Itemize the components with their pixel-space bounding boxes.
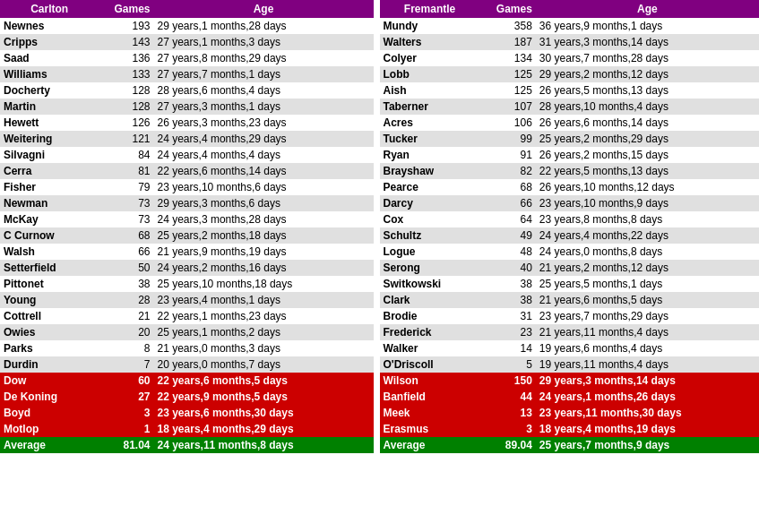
player-games: 40	[480, 260, 536, 276]
player-age: 18 years,4 months,19 days	[536, 421, 759, 437]
player-name: Pittonet	[0, 276, 99, 292]
table-row: Switkowski3825 years,5 months,1 days	[380, 276, 760, 292]
table-row: McKay7324 years,3 months,28 days	[0, 211, 374, 227]
player-name: Serong	[380, 260, 480, 276]
player-age: 30 years,7 months,28 days	[536, 50, 759, 66]
player-age: 23 years,11 months,30 days	[536, 405, 759, 421]
player-name: Parks	[0, 340, 99, 356]
player-games: 133	[99, 66, 153, 82]
carlton-avg-age: 24 years,11 months,8 days	[154, 437, 374, 453]
player-age: 29 years,1 months,28 days	[154, 18, 374, 34]
table-row: C Curnow6825 years,2 months,18 days	[0, 227, 374, 244]
player-name: Walker	[380, 340, 480, 356]
player-age: 25 years,2 months,18 days	[154, 227, 374, 244]
table-row: Silvagni8424 years,4 months,4 days	[0, 147, 374, 163]
player-games: 143	[99, 34, 153, 50]
player-name: Cox	[380, 211, 480, 227]
fremantle-table: Fremantle Games Age Mundy35836 years,9 m…	[380, 0, 760, 453]
player-name: Saad	[0, 50, 99, 66]
player-name: Owies	[0, 324, 99, 340]
player-age: 25 years,1 months,2 days	[154, 324, 374, 340]
table-row: Owies2025 years,1 months,2 days	[0, 324, 374, 340]
table-row: Tucker9925 years,2 months,29 days	[380, 131, 760, 147]
player-age: 36 years,9 months,1 days	[536, 18, 759, 34]
player-games: 20	[99, 324, 153, 340]
player-age: 27 years,7 months,1 days	[154, 66, 374, 82]
table-row: Erasmus318 years,4 months,19 days	[380, 421, 760, 437]
player-name: Mundy	[380, 18, 480, 34]
player-games: 21	[99, 308, 153, 324]
player-games: 1	[99, 421, 153, 437]
player-age: 24 years,0 months,8 days	[536, 244, 759, 260]
player-games: 79	[99, 179, 153, 195]
player-name: Boyd	[0, 405, 99, 421]
player-age: 24 years,4 months,4 days	[154, 147, 374, 163]
player-age: 26 years,5 months,13 days	[536, 82, 759, 99]
player-games: 126	[99, 115, 153, 131]
table-row: Newnes19329 years,1 months,28 days	[0, 18, 374, 34]
table-row: Meek1323 years,11 months,30 days	[380, 405, 760, 421]
player-name: Cripps	[0, 34, 99, 50]
player-age: 19 years,11 months,4 days	[536, 356, 759, 373]
player-name: Taberner	[380, 99, 480, 115]
player-name: Cottrell	[0, 308, 99, 324]
player-age: 21 years,2 months,12 days	[536, 260, 759, 276]
table-row: Newman7329 years,3 months,6 days	[0, 195, 374, 211]
table-row: Parks821 years,0 months,3 days	[0, 340, 374, 356]
table-row: Banfield4424 years,1 months,26 days	[380, 389, 760, 405]
player-name: Weitering	[0, 131, 99, 147]
player-games: 5	[480, 356, 536, 373]
player-age: 29 years,3 months,14 days	[536, 373, 759, 389]
carlton-avg-label: Average	[0, 437, 99, 453]
player-age: 19 years,6 months,4 days	[536, 340, 759, 356]
player-name: Aish	[380, 82, 480, 99]
table-row: Fisher7923 years,10 months,6 days	[0, 179, 374, 195]
player-name: Darcy	[380, 195, 480, 211]
player-games: 73	[99, 211, 153, 227]
player-name: Motlop	[0, 421, 99, 437]
player-age: 25 years,5 months,1 days	[536, 276, 759, 292]
player-age: 24 years,2 months,16 days	[154, 260, 374, 276]
player-name: De Koning	[0, 389, 99, 405]
player-games: 38	[480, 292, 536, 308]
carlton-avg-row: Average 81.04 24 years,11 months,8 days	[0, 437, 374, 453]
fremantle-age-header: Age	[536, 0, 759, 18]
player-name: Meek	[380, 405, 480, 421]
player-age: 29 years,2 months,12 days	[536, 66, 759, 82]
carlton-team-header: Carlton	[0, 0, 99, 18]
player-games: 50	[99, 260, 153, 276]
table-row: Setterfield5024 years,2 months,16 days	[0, 260, 374, 276]
fremantle-header-row: Fremantle Games Age	[380, 0, 760, 18]
player-age: 23 years,10 months,9 days	[536, 195, 759, 211]
player-name: Lobb	[380, 66, 480, 82]
player-games: 125	[480, 66, 536, 82]
player-age: 26 years,2 months,15 days	[536, 147, 759, 163]
player-games: 128	[99, 99, 153, 115]
table-row: Walters18731 years,3 months,14 days	[380, 34, 760, 50]
table-row: O'Driscoll519 years,11 months,4 days	[380, 356, 760, 373]
player-name: Williams	[0, 66, 99, 82]
fremantle-avg-label: Average	[380, 437, 480, 453]
table-row: Weitering12124 years,4 months,29 days	[0, 131, 374, 147]
table-row: Ryan9126 years,2 months,15 days	[380, 147, 760, 163]
player-age: 24 years,1 months,26 days	[536, 389, 759, 405]
player-name: Erasmus	[380, 421, 480, 437]
carlton-table: Carlton Games Age Newnes19329 years,1 mo…	[0, 0, 374, 453]
player-name: Frederick	[380, 324, 480, 340]
table-row: Pearce6826 years,10 months,12 days	[380, 179, 760, 195]
player-name: Brodie	[380, 308, 480, 324]
table-row: Frederick2321 years,11 months,4 days	[380, 324, 760, 340]
player-name: Switkowski	[380, 276, 480, 292]
player-games: 38	[480, 276, 536, 292]
table-row: Saad13627 years,8 months,29 days	[0, 50, 374, 66]
player-age: 26 years,6 months,14 days	[536, 115, 759, 131]
player-games: 7	[99, 356, 153, 373]
player-age: 18 years,4 months,29 days	[154, 421, 374, 437]
table-row: Durdin720 years,0 months,7 days	[0, 356, 374, 373]
player-games: 14	[480, 340, 536, 356]
player-games: 193	[99, 18, 153, 34]
player-name: Newman	[0, 195, 99, 211]
table-row: Cottrell2122 years,1 months,23 days	[0, 308, 374, 324]
player-name: Schultz	[380, 227, 480, 244]
table-row: Walker1419 years,6 months,4 days	[380, 340, 760, 356]
